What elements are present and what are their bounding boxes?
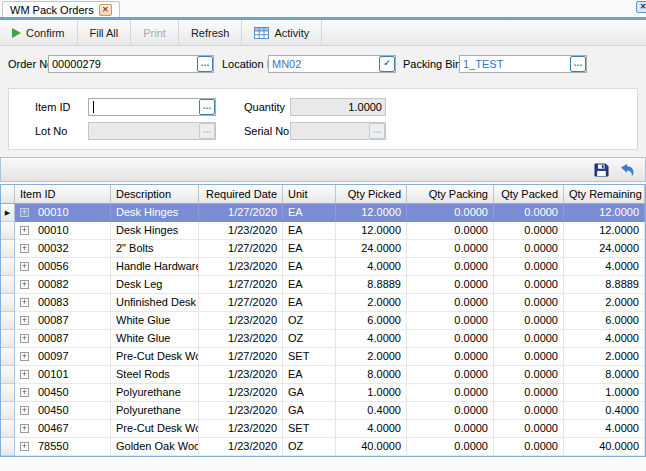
close-icon[interactable]: ✕ bbox=[99, 4, 112, 16]
cell-qty-remaining[interactable]: 2.0000 bbox=[564, 294, 645, 312]
cell-qty-packing[interactable]: 0.0000 bbox=[407, 240, 494, 258]
cell-unit[interactable]: EA bbox=[283, 240, 336, 258]
cell-qty-remaining[interactable]: 0.4000 bbox=[564, 402, 645, 420]
cell-description[interactable]: Desk Hinges bbox=[111, 204, 199, 222]
cell-qty-packing[interactable]: 0.0000 bbox=[407, 276, 494, 294]
cell-qty-remaining[interactable]: 8.8889 bbox=[564, 276, 645, 294]
cell-unit[interactable]: GA bbox=[283, 384, 336, 402]
cell-description[interactable]: Polyurethane bbox=[111, 384, 199, 402]
cell-qty-picked[interactable]: 4.0000 bbox=[336, 330, 407, 348]
cell-unit[interactable]: EA bbox=[283, 258, 336, 276]
packing-bin-input[interactable] bbox=[460, 57, 570, 71]
cell-required-date[interactable]: 1/23/2020 bbox=[199, 384, 283, 402]
table-row[interactable]: +00097Pre-Cut Desk Wo...1/27/2020SET2.00… bbox=[1, 348, 645, 366]
cell-qty-picked[interactable]: 1.0000 bbox=[336, 384, 407, 402]
row-selector-cell[interactable] bbox=[1, 438, 15, 456]
undo-button[interactable] bbox=[617, 160, 637, 180]
cell-description[interactable]: Unfinished Desk ... bbox=[111, 294, 199, 312]
cell-required-date[interactable]: 1/23/2020 bbox=[199, 366, 283, 384]
row-selector-cell[interactable]: ▶ bbox=[1, 204, 15, 222]
ellipsis-icon[interactable]: … bbox=[197, 56, 213, 72]
cell-qty-remaining[interactable]: 12.0000 bbox=[564, 204, 645, 222]
cell-description[interactable]: Pre-Cut Desk Wo... bbox=[111, 348, 199, 366]
cell-item-id[interactable]: +00010 bbox=[15, 204, 111, 222]
cell-qty-remaining[interactable]: 24.0000 bbox=[564, 240, 645, 258]
cell-qty-packed[interactable]: 0.0000 bbox=[494, 312, 564, 330]
cell-item-id[interactable]: +00450 bbox=[15, 384, 111, 402]
cell-qty-remaining[interactable]: 4.0000 bbox=[564, 330, 645, 348]
plus-expand-icon[interactable]: + bbox=[20, 388, 29, 397]
cell-unit[interactable]: OZ bbox=[283, 312, 336, 330]
item-id-input[interactable] bbox=[89, 100, 199, 114]
cell-qty-packing[interactable]: 0.0000 bbox=[407, 204, 494, 222]
row-selector-cell[interactable] bbox=[1, 258, 15, 276]
cell-qty-packing[interactable]: 0.0000 bbox=[407, 384, 494, 402]
row-selector-cell[interactable] bbox=[1, 240, 15, 258]
cell-required-date[interactable]: 1/23/2020 bbox=[199, 258, 283, 276]
cell-qty-remaining[interactable]: 1.0000 bbox=[564, 384, 645, 402]
plus-expand-icon[interactable]: + bbox=[20, 406, 29, 415]
row-selector-cell[interactable] bbox=[1, 366, 15, 384]
column-header-qty-packing[interactable]: Qty Packing bbox=[407, 185, 494, 203]
cell-qty-picked[interactable]: 12.0000 bbox=[336, 204, 407, 222]
save-button[interactable] bbox=[591, 160, 611, 180]
cell-qty-packed[interactable]: 0.0000 bbox=[494, 330, 564, 348]
cell-description[interactable]: 2" Bolts bbox=[111, 240, 199, 258]
plus-expand-icon[interactable]: + bbox=[20, 442, 29, 451]
cell-required-date[interactable]: 1/23/2020 bbox=[199, 330, 283, 348]
row-selector-cell[interactable] bbox=[1, 294, 15, 312]
cell-item-id[interactable]: +00450 bbox=[15, 402, 111, 420]
plus-expand-icon[interactable]: + bbox=[20, 262, 29, 271]
close-icon[interactable]: ✕ bbox=[636, 1, 646, 13]
cell-qty-packing[interactable]: 0.0000 bbox=[407, 438, 494, 456]
cell-qty-packed[interactable]: 0.0000 bbox=[494, 222, 564, 240]
cell-qty-packing[interactable]: 0.0000 bbox=[407, 312, 494, 330]
cell-unit[interactable]: EA bbox=[283, 276, 336, 294]
cell-qty-packed[interactable]: 0.0000 bbox=[494, 348, 564, 366]
location-id-input[interactable] bbox=[269, 57, 379, 71]
cell-required-date[interactable]: 1/27/2020 bbox=[199, 204, 283, 222]
cell-qty-remaining[interactable]: 2.0000 bbox=[564, 348, 645, 366]
table-row[interactable]: +00082Desk Leg1/27/2020EA8.88890.00000.0… bbox=[1, 276, 645, 294]
cell-description[interactable]: White Glue bbox=[111, 312, 199, 330]
cell-item-id[interactable]: +00032 bbox=[15, 240, 111, 258]
cell-item-id[interactable]: +00101 bbox=[15, 366, 111, 384]
cell-required-date[interactable]: 1/27/2020 bbox=[199, 294, 283, 312]
cell-qty-packing[interactable]: 0.0000 bbox=[407, 348, 494, 366]
fill-all-button[interactable]: Fill All bbox=[78, 20, 132, 45]
cell-qty-picked[interactable]: 6.0000 bbox=[336, 312, 407, 330]
cell-qty-picked[interactable]: 24.0000 bbox=[336, 240, 407, 258]
cell-qty-remaining[interactable]: 4.0000 bbox=[564, 258, 645, 276]
cell-required-date[interactable]: 1/23/2020 bbox=[199, 222, 283, 240]
row-selector-cell[interactable] bbox=[1, 312, 15, 330]
cell-qty-picked[interactable]: 4.0000 bbox=[336, 258, 407, 276]
column-header-qty-remaining[interactable]: Qty Remaining bbox=[564, 185, 645, 203]
cell-required-date[interactable]: 1/27/2020 bbox=[199, 240, 283, 258]
cell-qty-picked[interactable]: 8.0000 bbox=[336, 366, 407, 384]
cell-qty-packed[interactable]: 0.0000 bbox=[494, 294, 564, 312]
table-row[interactable]: +00010Desk Hinges1/23/2020EA12.00000.000… bbox=[1, 222, 645, 240]
cell-item-id[interactable]: +00082 bbox=[15, 276, 111, 294]
cell-unit[interactable]: OZ bbox=[283, 330, 336, 348]
cell-unit[interactable]: OZ bbox=[283, 438, 336, 456]
cell-qty-picked[interactable]: 2.0000 bbox=[336, 348, 407, 366]
plus-expand-icon[interactable]: + bbox=[20, 244, 29, 253]
cell-required-date[interactable]: 1/27/2020 bbox=[199, 348, 283, 366]
cell-qty-packed[interactable]: 0.0000 bbox=[494, 366, 564, 384]
refresh-button[interactable]: Refresh bbox=[179, 20, 243, 45]
tab-wm-pack-orders[interactable]: WM Pack Orders ✕ bbox=[2, 1, 120, 17]
cell-description[interactable]: Polyurethane bbox=[111, 402, 199, 420]
cell-qty-picked[interactable]: 8.8889 bbox=[336, 276, 407, 294]
cell-unit[interactable]: EA bbox=[283, 222, 336, 240]
row-selector-cell[interactable] bbox=[1, 402, 15, 420]
cell-qty-remaining[interactable]: 6.0000 bbox=[564, 312, 645, 330]
cell-qty-packed[interactable]: 0.0000 bbox=[494, 204, 564, 222]
cell-qty-picked[interactable]: 4.0000 bbox=[336, 420, 407, 438]
row-selector-cell[interactable] bbox=[1, 330, 15, 348]
column-header-required-date[interactable]: Required Date bbox=[199, 185, 283, 203]
checkmark-icon[interactable]: ✓ bbox=[379, 56, 395, 72]
cell-qty-packed[interactable]: 0.0000 bbox=[494, 240, 564, 258]
activity-button[interactable]: Activity bbox=[242, 20, 322, 45]
cell-item-id[interactable]: +00097 bbox=[15, 348, 111, 366]
row-selector-cell[interactable] bbox=[1, 384, 15, 402]
